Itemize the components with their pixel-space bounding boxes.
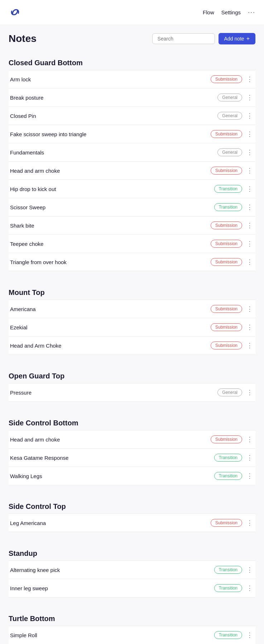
table-row[interactable]: Teepee chokeSubmission⋮ xyxy=(9,235,255,253)
note-more-button[interactable]: ⋮ xyxy=(246,632,254,638)
note-more-button[interactable]: ⋮ xyxy=(246,240,254,247)
note-badge: Submission xyxy=(211,258,242,266)
note-actions: Submission⋮ xyxy=(211,167,254,175)
table-row[interactable]: Hip drop to kick outTransition⋮ xyxy=(9,180,255,198)
note-badge: Submission xyxy=(211,167,242,175)
note-actions: Submission⋮ xyxy=(211,519,254,527)
note-more-button[interactable]: ⋮ xyxy=(246,436,254,443)
note-actions: Transition⋮ xyxy=(214,454,254,462)
note-more-button[interactable]: ⋮ xyxy=(246,149,254,156)
note-more-button[interactable]: ⋮ xyxy=(246,567,254,573)
note-badge: Transition xyxy=(214,454,242,462)
note-actions: General⋮ xyxy=(217,94,254,101)
note-more-button[interactable]: ⋮ xyxy=(246,473,254,479)
note-more-button[interactable]: ⋮ xyxy=(246,76,254,82)
table-row[interactable]: Inner leg sweepTransition⋮ xyxy=(9,579,255,597)
note-badge: Transition xyxy=(214,631,242,639)
table-row[interactable]: Shark biteSubmission⋮ xyxy=(9,216,255,235)
note-more-button[interactable]: ⋮ xyxy=(246,167,254,174)
note-title: Scissor Sweep xyxy=(10,204,45,210)
section-title-open-guard-top: Open Guard Top xyxy=(9,366,255,380)
note-more-button[interactable]: ⋮ xyxy=(246,222,254,229)
note-badge: Submission xyxy=(211,240,242,248)
section-closed-guard-bottom: Closed Guard BottomArm lockSubmission⋮Br… xyxy=(9,53,255,271)
note-badge: Submission xyxy=(211,130,242,138)
note-badge: Submission xyxy=(211,435,242,443)
table-row[interactable]: Head and arm chokeSubmission⋮ xyxy=(9,162,255,180)
table-row[interactable]: Break postureGeneral⋮ xyxy=(9,89,255,107)
page-title-row: Notes Add note + xyxy=(9,33,255,44)
table-row[interactable]: Fake scissor sweep into triangleSubmissi… xyxy=(9,125,255,143)
table-row[interactable]: Triangle from over hookSubmission⋮ xyxy=(9,253,255,271)
note-actions: Submission⋮ xyxy=(211,240,254,248)
note-more-button[interactable]: ⋮ xyxy=(246,520,254,526)
note-more-button[interactable]: ⋮ xyxy=(246,324,254,330)
note-title: Fake scissor sweep into triangle xyxy=(10,131,86,137)
sections-container: Closed Guard BottomArm lockSubmission⋮Br… xyxy=(9,53,255,644)
table-row[interactable]: FundamentalsGeneral⋮ xyxy=(9,143,255,162)
header: Flow Settings ··· xyxy=(0,0,264,24)
note-title: Head and arm choke xyxy=(10,437,60,443)
note-title: Kesa Gatame Response xyxy=(10,455,68,461)
table-row[interactable]: Scissor SweepTransition⋮ xyxy=(9,198,255,216)
note-actions: General⋮ xyxy=(217,388,254,396)
table-row[interactable]: Head and arm chokeSubmission⋮ xyxy=(9,430,255,449)
app-logo xyxy=(9,6,21,19)
note-more-button[interactable]: ⋮ xyxy=(246,131,254,137)
table-row[interactable]: EzekialSubmission⋮ xyxy=(9,318,255,337)
note-badge: Submission xyxy=(211,519,242,527)
table-row[interactable]: Arm lockSubmission⋮ xyxy=(9,70,255,89)
note-badge: Submission xyxy=(211,323,242,331)
note-more-button[interactable]: ⋮ xyxy=(246,342,254,349)
note-actions: Submission⋮ xyxy=(211,221,254,229)
table-row[interactable]: Closed PinGeneral⋮ xyxy=(9,107,255,125)
note-more-button[interactable]: ⋮ xyxy=(246,94,254,101)
note-actions: Submission⋮ xyxy=(211,130,254,138)
note-title: Ezekial xyxy=(10,324,27,330)
note-badge: Transition xyxy=(214,472,242,480)
note-badge: Transition xyxy=(214,584,242,592)
table-row[interactable]: Alternating knee pickTransition⋮ xyxy=(9,560,255,579)
table-row[interactable]: Simple RollTransition⋮ xyxy=(9,626,255,644)
note-badge: General xyxy=(217,112,242,120)
nav-settings[interactable]: Settings xyxy=(221,9,241,15)
nav-flow[interactable]: Flow xyxy=(203,9,214,15)
note-more-button[interactable]: ⋮ xyxy=(246,113,254,119)
section-title-closed-guard-bottom: Closed Guard Bottom xyxy=(9,53,255,67)
note-title: Fundamentals xyxy=(10,149,44,156)
add-note-button[interactable]: Add note + xyxy=(219,33,255,44)
note-title: Triangle from over hook xyxy=(10,259,67,265)
note-actions: General⋮ xyxy=(217,112,254,120)
note-more-button[interactable]: ⋮ xyxy=(246,306,254,312)
more-menu-button[interactable]: ··· xyxy=(248,9,255,16)
note-more-button[interactable]: ⋮ xyxy=(246,259,254,265)
section-open-guard-top: Open Guard TopPressureGeneral⋮ xyxy=(9,366,255,402)
section-turtle-bottom: Turtle BottomSimple RollTransition⋮Sit o… xyxy=(9,609,255,644)
note-badge: Transition xyxy=(214,185,242,193)
note-more-button[interactable]: ⋮ xyxy=(246,389,254,396)
note-badge: General xyxy=(217,388,242,396)
note-more-button[interactable]: ⋮ xyxy=(246,454,254,461)
note-title: Inner leg sweep xyxy=(10,585,48,591)
table-row[interactable]: Head and Arm ChokeSubmission⋮ xyxy=(9,337,255,355)
table-row[interactable]: AmericanaSubmission⋮ xyxy=(9,300,255,318)
table-row[interactable]: PressureGeneral⋮ xyxy=(9,383,255,402)
table-row[interactable]: Kesa Gatame ResponseTransition⋮ xyxy=(9,449,255,467)
table-row[interactable]: Walking LegsTransition⋮ xyxy=(9,467,255,485)
search-input[interactable] xyxy=(152,33,215,44)
note-actions: Submission⋮ xyxy=(211,323,254,331)
note-more-button[interactable]: ⋮ xyxy=(246,186,254,192)
note-title: Americana xyxy=(10,306,36,312)
note-badge: Submission xyxy=(211,342,242,349)
note-title: Teepee choke xyxy=(10,241,43,247)
table-row[interactable]: Leg AmericanaSubmission⋮ xyxy=(9,514,255,532)
note-title: Leg Americana xyxy=(10,520,46,526)
note-actions: Submission⋮ xyxy=(211,75,254,83)
note-badge: Submission xyxy=(211,305,242,313)
note-more-button[interactable]: ⋮ xyxy=(246,585,254,591)
page-title: Notes xyxy=(9,33,37,44)
section-title-turtle-bottom: Turtle Bottom xyxy=(9,609,255,623)
note-badge: Submission xyxy=(211,221,242,229)
section-title-side-control-bottom: Side Control Bottom xyxy=(9,413,255,427)
note-more-button[interactable]: ⋮ xyxy=(246,204,254,210)
